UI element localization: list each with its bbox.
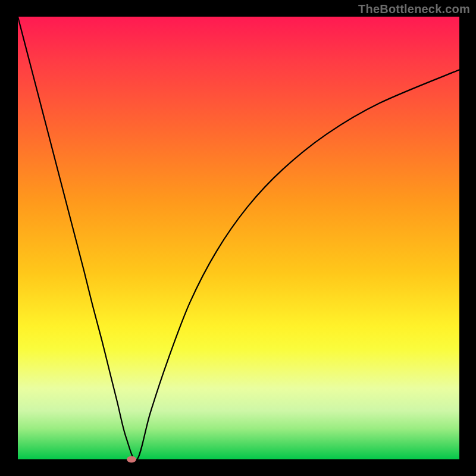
watermark-text: TheBottleneck.com [358, 2, 470, 16]
minimum-point-marker [127, 456, 136, 463]
chart-frame: TheBottleneck.com [0, 0, 476, 476]
bottleneck-curve [18, 17, 459, 459]
